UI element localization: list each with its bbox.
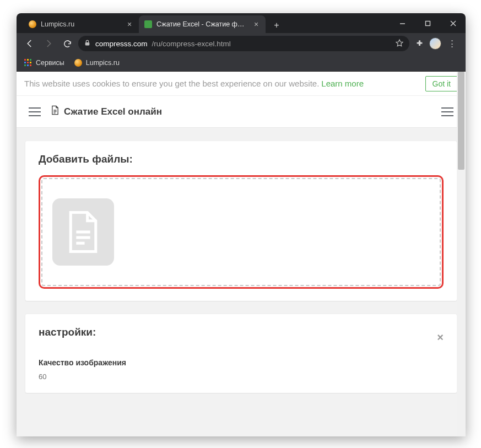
vertical-scrollbar[interactable] — [457, 72, 466, 436]
window-controls — [390, 13, 466, 33]
url-host: compresss.com — [95, 40, 148, 48]
page-header: Сжатие Excel онлайн — [17, 96, 466, 128]
extensions-button[interactable] — [413, 39, 426, 48]
favicon-lumpics — [29, 20, 36, 28]
forward-button[interactable] — [41, 36, 56, 51]
got-it-button[interactable]: Got it — [425, 76, 458, 91]
back-button[interactable] — [22, 36, 37, 51]
add-files-heading: Добавить файлы: — [39, 153, 444, 165]
svg-rect-4 — [85, 42, 90, 45]
hamburger-right[interactable] — [441, 107, 453, 116]
hamburger-left[interactable] — [29, 107, 41, 116]
apps-icon — [24, 59, 32, 67]
apps-label: Сервисы — [36, 59, 64, 67]
close-window-button[interactable] — [440, 13, 466, 33]
profile-avatar[interactable] — [429, 37, 441, 50]
maximize-button[interactable] — [415, 13, 440, 33]
page-viewport: This website uses cookies to ensure you … — [17, 72, 466, 436]
file-dropzone[interactable] — [41, 178, 441, 286]
apps-bookmark[interactable]: Сервисы — [24, 59, 64, 67]
settings-card: настройки: × Качество изображения 60 — [25, 314, 457, 393]
image-quality-label: Качество изображения — [39, 358, 444, 367]
document-icon — [51, 105, 60, 118]
lock-icon — [84, 39, 91, 48]
scrollbar-thumb[interactable] — [458, 72, 464, 170]
tab-close-icon[interactable]: × — [126, 20, 133, 29]
tab-label: Сжатие Excel - Сжатие файлов X — [156, 20, 248, 28]
close-icon[interactable]: × — [437, 331, 444, 344]
dropzone-highlight — [39, 175, 444, 289]
learn-more-link[interactable]: Learn more — [321, 79, 364, 88]
cookie-banner: This website uses cookies to ensure you … — [17, 72, 466, 96]
add-files-card: Добавить файлы: — [25, 141, 457, 301]
tab-close-icon[interactable]: × — [252, 20, 260, 29]
titlebar: Lumpics.ru × Сжатие Excel - Сжатие файло… — [17, 13, 466, 33]
image-quality-field: Качество изображения 60 — [39, 358, 444, 381]
address-bar[interactable]: compresss.com/ru/compress-excel.html — [78, 36, 409, 51]
tab-compress[interactable]: Сжатие Excel - Сжатие файлов X × — [139, 15, 266, 33]
menu-button[interactable]: ⋮ — [445, 39, 460, 48]
reload-button[interactable] — [60, 36, 75, 51]
cookie-text: This website uses cookies to ensure you … — [24, 79, 319, 88]
bookmarks-bar: Сервисы Lumpics.ru — [17, 54, 466, 72]
bookmark-star-icon[interactable] — [395, 39, 404, 49]
svg-rect-1 — [425, 21, 430, 25]
minimize-button[interactable] — [390, 13, 415, 33]
file-placeholder-icon — [52, 198, 114, 266]
url-path: /ru/compress-excel.html — [152, 40, 231, 48]
tab-lumpics[interactable]: Lumpics.ru × — [23, 15, 139, 33]
toolbar: compresss.com/ru/compress-excel.html ⋮ — [17, 33, 466, 54]
page-title-text: Сжатие Excel онлайн — [64, 106, 162, 117]
favicon-lumpics — [74, 59, 82, 67]
browser-window: Lumpics.ru × Сжатие Excel - Сжатие файло… — [17, 13, 466, 436]
settings-heading: настройки: — [39, 326, 96, 338]
bookmark-lumpics[interactable]: Lumpics.ru — [74, 59, 120, 67]
bookmark-label: Lumpics.ru — [86, 59, 120, 67]
page-body: Добавить файлы: — [17, 128, 466, 436]
favicon-compress — [144, 20, 152, 28]
new-tab-button[interactable]: + — [269, 18, 284, 33]
image-quality-value[interactable]: 60 — [39, 373, 444, 381]
tab-label: Lumpics.ru — [41, 20, 121, 28]
page-title: Сжатие Excel онлайн — [51, 105, 162, 118]
